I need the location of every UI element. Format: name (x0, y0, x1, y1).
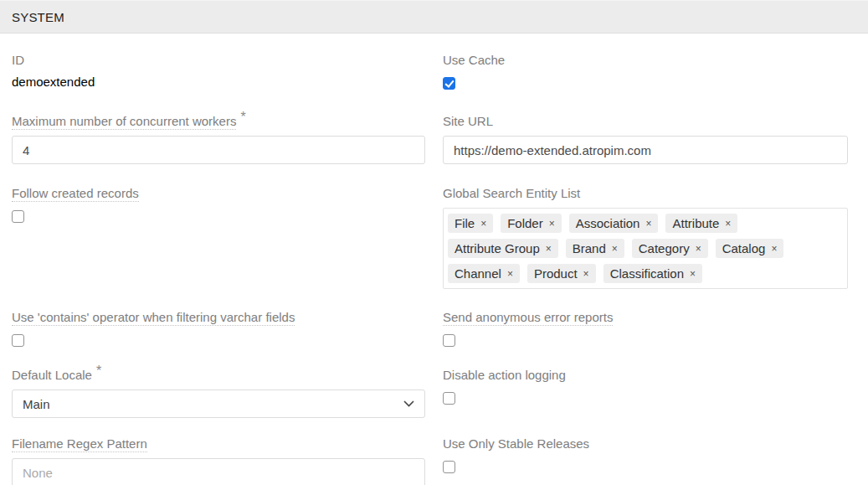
use-cache-label: Use Cache (443, 53, 848, 67)
required-marker: * (240, 110, 245, 124)
entity-tag: Association× (569, 214, 659, 233)
field-id: ID demoextended (12, 53, 425, 93)
remove-tag-icon[interactable]: × (546, 244, 552, 254)
entity-tag: File× (448, 214, 493, 233)
chevron-down-icon (403, 400, 414, 407)
entity-tag-label: Folder (507, 215, 543, 231)
entity-tag-label: Category (639, 240, 690, 256)
field-follow-created: Follow created records (12, 186, 425, 289)
error-reports-label: Send anonymous error reports (443, 310, 848, 324)
id-value: demoextended (12, 75, 425, 90)
field-error-reports: Send anonymous error reports (443, 310, 848, 350)
remove-tag-icon[interactable]: × (507, 269, 513, 279)
field-disable-logging: Disable action logging (443, 368, 848, 418)
entity-tag: Channel× (448, 264, 520, 283)
use-cache-checkbox[interactable] (443, 77, 455, 90)
system-settings-form: ID demoextended Use Cache Maximum number… (0, 34, 868, 485)
entity-tag: Category× (632, 239, 708, 258)
remove-tag-icon[interactable]: × (771, 244, 777, 254)
follow-created-label: Follow created records (12, 186, 425, 200)
remove-tag-icon[interactable]: × (583, 269, 589, 279)
required-marker: * (96, 364, 101, 378)
entity-tag-label: Attribute Group (455, 240, 540, 256)
remove-tag-icon[interactable]: × (645, 219, 651, 229)
entity-tag-label: Channel (455, 266, 501, 281)
remove-tag-icon[interactable]: × (696, 244, 701, 254)
panel-title: SYSTEM (12, 10, 64, 24)
filename-regex-input[interactable] (12, 458, 425, 485)
remove-tag-icon[interactable]: × (612, 244, 618, 254)
entity-tag-label: File (455, 215, 475, 231)
entity-tag: Brand× (566, 239, 624, 258)
entity-tag: Folder× (501, 214, 562, 233)
use-contains-checkbox[interactable] (12, 334, 24, 347)
entity-tag-label: Brand (573, 240, 606, 256)
global-search-label: Global Search Entity List (443, 186, 848, 200)
field-max-workers: Maximum number of concurrent workers* (12, 114, 425, 164)
field-filename-regex: Filename Regex Pattern (12, 436, 425, 485)
error-reports-checkbox[interactable] (443, 334, 455, 347)
id-label: ID (12, 53, 425, 67)
entity-tag: Product× (527, 264, 596, 283)
field-global-search: Global Search Entity List File× Folder× … (443, 186, 848, 289)
site-url-label: Site URL (443, 114, 848, 128)
stable-releases-label: Use Only Stable Releases (443, 436, 848, 451)
default-locale-select[interactable]: Main (12, 390, 425, 418)
stable-releases-checkbox[interactable] (443, 461, 455, 473)
entity-tag-label: Catalog (722, 240, 766, 256)
remove-tag-icon[interactable]: × (725, 219, 731, 229)
default-locale-label: Default Locale* (12, 368, 425, 382)
max-workers-label: Maximum number of concurrent workers* (12, 114, 425, 128)
field-use-contains: Use 'contains' operator when filtering v… (12, 310, 425, 350)
remove-tag-icon[interactable]: × (480, 219, 486, 229)
entity-tag: Attribute Group× (448, 239, 558, 258)
disable-logging-label: Disable action logging (443, 368, 848, 382)
disable-logging-checkbox[interactable] (443, 392, 455, 405)
follow-created-checkbox[interactable] (12, 210, 24, 223)
entity-tag-label: Product (534, 266, 578, 281)
remove-tag-icon[interactable]: × (549, 219, 555, 229)
entity-tag: Classification× (603, 264, 702, 283)
field-default-locale: Default Locale* Main (12, 368, 425, 418)
field-use-cache: Use Cache (443, 53, 848, 93)
filename-regex-label: Filename Regex Pattern (12, 436, 425, 451)
use-contains-label: Use 'contains' operator when filtering v… (12, 310, 425, 324)
global-search-tags-box[interactable]: File× Folder× Association× Attribute× At… (443, 208, 848, 289)
field-stable-releases: Use Only Stable Releases (443, 436, 848, 485)
entity-tag: Attribute× (665, 214, 737, 233)
remove-tag-icon[interactable]: × (690, 269, 696, 279)
entity-tag-label: Attribute (672, 215, 719, 231)
field-site-url: Site URL (443, 114, 848, 164)
site-url-input[interactable] (443, 136, 848, 164)
default-locale-selected-value: Main (23, 397, 50, 411)
entity-tag-label: Association (576, 215, 640, 231)
max-workers-input[interactable] (12, 136, 425, 164)
entity-tag-label: Classification (610, 266, 684, 281)
entity-tag: Catalog× (716, 239, 784, 258)
panel-heading: SYSTEM (0, 0, 868, 34)
